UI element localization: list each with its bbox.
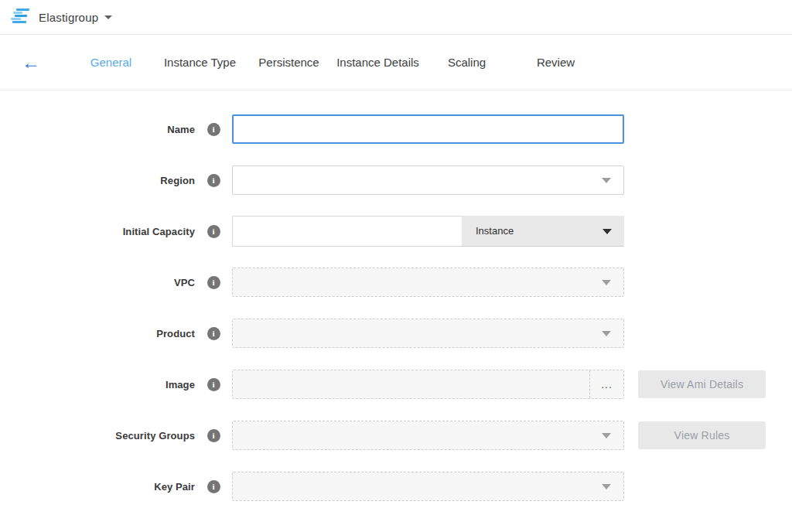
browse-image-button[interactable]: ... [589,370,623,398]
initial-capacity-input[interactable] [232,216,462,247]
capacity-unit-value: Instance [476,225,514,237]
tab-instance-details[interactable]: Instance Details [333,48,422,77]
form-row-name: Name i [0,114,792,144]
view-rules-button[interactable]: View Rules [638,421,766,449]
form-row-region: Region i [0,165,792,195]
wizard-tabs: General Instance Type Persistence Instan… [67,48,600,77]
form-row-image: Image i ... View Ami Details [0,370,792,399]
tab-review[interactable]: Review [511,48,600,77]
info-icon[interactable]: i [207,327,220,340]
product-select [232,319,624,348]
name-input[interactable] [232,114,624,144]
info-icon[interactable]: i [207,429,220,442]
chevron-down-icon [602,433,611,438]
product-label: Product [0,328,195,339]
tab-general[interactable]: General [67,48,155,77]
view-ami-details-button[interactable]: View Ami Details [638,370,766,398]
form-row-vpc: VPC i [0,268,792,297]
image-input: ... [232,370,624,399]
security-groups-select [232,421,624,450]
image-label: Image [0,379,195,390]
info-icon[interactable]: i [207,225,220,238]
chevron-down-icon[interactable] [104,15,112,19]
info-icon[interactable]: i [207,123,220,136]
form-row-product: Product i [0,319,792,348]
chevron-down-icon [602,178,611,183]
info-icon[interactable]: i [207,276,220,289]
vpc-label: VPC [0,277,195,288]
region-label: Region [0,175,195,186]
region-select[interactable] [232,165,624,195]
back-button[interactable]: ← [15,47,46,78]
name-label: Name [0,124,195,135]
chevron-down-icon [602,484,611,489]
app-switcher-label[interactable]: Elastigroup [39,11,98,24]
general-settings-form: Name i Region i Initial Capacity i Insta… [0,90,792,501]
chevron-down-icon [602,331,611,336]
tab-persistence[interactable]: Persistence [244,48,333,77]
key-pair-select [232,472,624,501]
wizard-tab-bar: ← General Instance Type Persistence Inst… [0,35,792,90]
form-row-key-pair: Key Pair i [0,472,792,501]
info-icon[interactable]: i [207,174,220,187]
tab-scaling[interactable]: Scaling [422,48,511,77]
back-arrow-icon: ← [22,53,40,72]
vpc-select [232,268,624,297]
tab-instance-type[interactable]: Instance Type [155,48,244,77]
app-bar: Elastigroup [0,0,792,35]
form-row-initial-capacity: Initial Capacity i Instance [0,217,792,246]
key-pair-label: Key Pair [0,481,195,493]
elastigroup-logo-icon [11,9,31,26]
initial-capacity-label: Initial Capacity [0,226,195,237]
info-icon[interactable]: i [207,378,220,391]
info-icon[interactable]: i [207,480,220,493]
chevron-down-icon [602,280,611,285]
capacity-unit-select[interactable]: Instance [462,216,624,247]
chevron-down-icon [603,229,612,234]
form-row-security-groups: Security Groups i View Rules [0,421,792,450]
security-groups-label: Security Groups [0,430,195,442]
